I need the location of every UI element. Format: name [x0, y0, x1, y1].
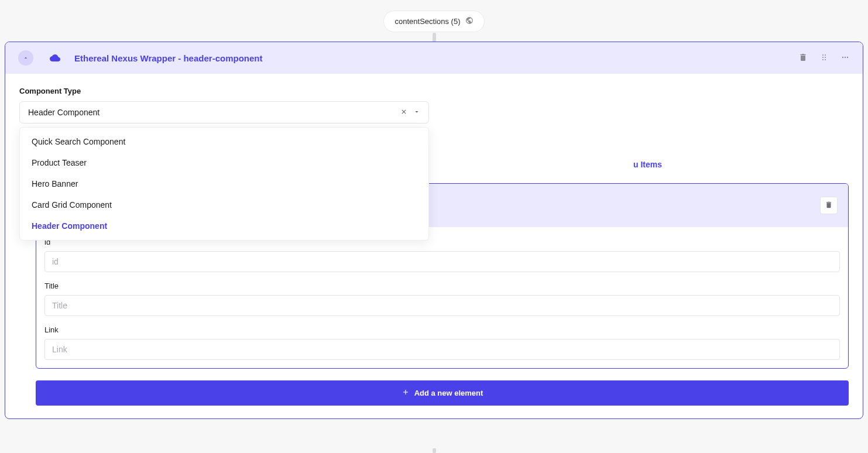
svg-point-0 [822, 54, 824, 56]
id-field[interactable] [44, 251, 840, 272]
svg-point-2 [822, 57, 824, 58]
card-header: Ethereal Nexus Wrapper - header-componen… [5, 42, 863, 74]
link-field[interactable] [44, 339, 840, 360]
breadcrumb-pill[interactable]: contentSections (5) [383, 11, 484, 32]
svg-point-7 [845, 56, 846, 57]
caret-up-icon [23, 54, 29, 63]
delete-icon[interactable] [798, 53, 808, 64]
card-title: Ethereal Nexus Wrapper - header-componen… [74, 53, 262, 63]
component-type-select[interactable]: Header Component [19, 101, 429, 123]
clear-icon[interactable] [400, 108, 407, 117]
dropdown-option[interactable]: Hero Banner [20, 173, 428, 194]
add-element-label: Add a new element [414, 389, 483, 397]
svg-point-3 [825, 57, 826, 58]
dropdown-option[interactable]: Quick Search Component [20, 131, 428, 152]
svg-point-5 [825, 59, 826, 60]
add-element-button[interactable]: Add a new element [36, 380, 849, 406]
title-label: Title [44, 282, 840, 290]
title-field[interactable] [44, 295, 840, 316]
svg-point-4 [822, 59, 824, 60]
link-label: Link [44, 325, 840, 334]
cloud-icon [50, 53, 60, 63]
caret-down-icon[interactable] [413, 108, 420, 117]
component-type-label: Component Type [19, 87, 849, 95]
component-card: Ethereal Nexus Wrapper - header-componen… [5, 42, 863, 419]
svg-point-1 [825, 54, 826, 56]
dropdown-option-selected[interactable]: Header Component [20, 215, 428, 236]
dropdown-option[interactable]: Card Grid Component [20, 194, 428, 215]
trash-icon [825, 201, 833, 211]
dropdown-option[interactable]: Product Teaser [20, 152, 428, 173]
component-type-value: Header Component [28, 108, 100, 117]
component-type-dropdown: Quick Search Component Product Teaser He… [19, 127, 429, 241]
svg-point-6 [842, 56, 843, 57]
breadcrumb-label: contentSections (5) [394, 17, 460, 26]
connector-line-bottom [433, 448, 436, 453]
plus-icon [402, 388, 410, 398]
more-icon[interactable] [840, 53, 850, 64]
collapse-button[interactable] [18, 50, 33, 66]
drag-handle-icon[interactable] [819, 53, 829, 64]
globe-icon [465, 16, 474, 26]
delete-item-button[interactable] [820, 197, 838, 214]
svg-point-8 [847, 56, 848, 57]
